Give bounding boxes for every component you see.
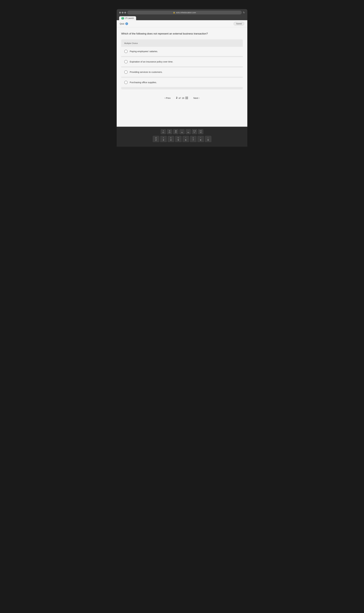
browser-bar: 🔒 ezto.mheducation.com ↻: [119, 11, 245, 14]
key-f4[interactable]: ▦F4: [173, 129, 179, 135]
browser-controls: [119, 12, 126, 13]
address-bar[interactable]: 🔒 ezto.mheducation.com: [127, 11, 242, 14]
answer-option-a[interactable]: Paying employees' salaries.: [121, 47, 243, 56]
page-indicator: 2 of 16: [176, 96, 188, 99]
answer-option-c[interactable]: Providing services to customers.: [121, 67, 243, 77]
quiz-label-container: Quiz i: [120, 22, 128, 25]
radio-b[interactable]: [124, 60, 128, 63]
prev-chevron-icon: ‹: [165, 97, 165, 99]
next-chevron-icon: ›: [199, 97, 199, 99]
answer-text-d: Purchasing office supplies.: [130, 81, 157, 84]
radio-c[interactable]: [124, 70, 128, 74]
radio-a[interactable]: [124, 50, 128, 53]
key-6[interactable]: ^6: [182, 136, 189, 143]
prev-button[interactable]: ‹ Prev: [162, 95, 173, 101]
key-9[interactable]: (9: [205, 136, 211, 143]
key-f3[interactable]: ⊞F3: [167, 129, 172, 135]
grid-icon[interactable]: [185, 97, 188, 99]
tab-label: LTI Launch: [125, 17, 134, 19]
answer-text-b: Expiration of an insurance policy over t…: [130, 60, 173, 63]
key-f2[interactable]: ☀F2: [161, 129, 166, 135]
info-icon[interactable]: i: [125, 22, 128, 25]
answer-option-b[interactable]: Expiration of an insurance policy over t…: [121, 57, 243, 67]
of-label: of: [179, 97, 181, 99]
keyboard: ☀F2 ⊞F3 ▦F4 ⋯F5 ⋯F6 ◄◄F7 ►||F8 @2 #3 $4 …: [117, 127, 247, 147]
url-text: ezto.mheducation.com: [176, 11, 196, 14]
saved-badge: Saved: [234, 22, 244, 26]
keyboard-fn-row: ☀F2 ⊞F3 ▦F4 ⋯F5 ⋯F6 ◄◄F7 ►||F8: [118, 129, 246, 135]
navigation-bar: ‹ Prev 2 of 16 Next ›: [121, 93, 243, 104]
answer-text-c: Providing services to customers.: [130, 71, 163, 73]
total-pages: 16: [182, 97, 184, 99]
next-button[interactable]: Next ›: [191, 95, 202, 101]
answer-option-d[interactable]: Purchasing office supplies.: [121, 78, 243, 87]
key-3[interactable]: #3: [160, 136, 167, 143]
key-f8[interactable]: ►||F8: [198, 129, 203, 135]
question-text: Which of the following does not represen…: [121, 32, 243, 36]
browser-tab[interactable]: N LTI Launch: [119, 16, 136, 20]
minimize-dot: [122, 12, 124, 13]
key-2[interactable]: @2: [153, 136, 159, 143]
question-area: Which of the following does not represen…: [117, 27, 247, 107]
current-page: 2: [176, 96, 177, 99]
keyboard-num-row: @2 #3 $4 %5 ^6 &7 *8 (9: [118, 136, 246, 143]
key-f7[interactable]: ◄◄F7: [192, 129, 197, 135]
radio-d[interactable]: [124, 81, 128, 84]
key-f5[interactable]: ⋯F5: [179, 129, 185, 135]
key-8[interactable]: *8: [197, 136, 204, 143]
key-5[interactable]: %5: [175, 136, 182, 143]
key-f6[interactable]: ⋯F6: [185, 129, 191, 135]
next-label: Next: [193, 97, 198, 99]
page-content: Quiz i Saved Which of the following does…: [117, 20, 247, 127]
answer-panel: Multiple Choice Paying employees' salari…: [121, 39, 243, 89]
key-7[interactable]: &7: [190, 136, 196, 143]
question-type-label: Multiple Choice: [121, 41, 243, 47]
quiz-text: Quiz: [120, 22, 124, 25]
prev-label: Prev: [166, 97, 171, 99]
browser-chrome: 🔒 ezto.mheducation.com ↻ N LTI Launch: [117, 9, 247, 20]
tab-n-icon: N: [121, 17, 124, 19]
answer-text-a: Paying employees' salaries.: [130, 50, 158, 53]
tab-bar: N LTI Launch: [119, 16, 245, 20]
close-dot: [119, 12, 121, 13]
refresh-icon[interactable]: ↻: [243, 11, 245, 14]
lock-icon: 🔒: [173, 12, 175, 13]
key-4[interactable]: $4: [168, 136, 174, 143]
maximize-dot: [124, 12, 126, 13]
page-header: Quiz i Saved: [117, 20, 247, 27]
